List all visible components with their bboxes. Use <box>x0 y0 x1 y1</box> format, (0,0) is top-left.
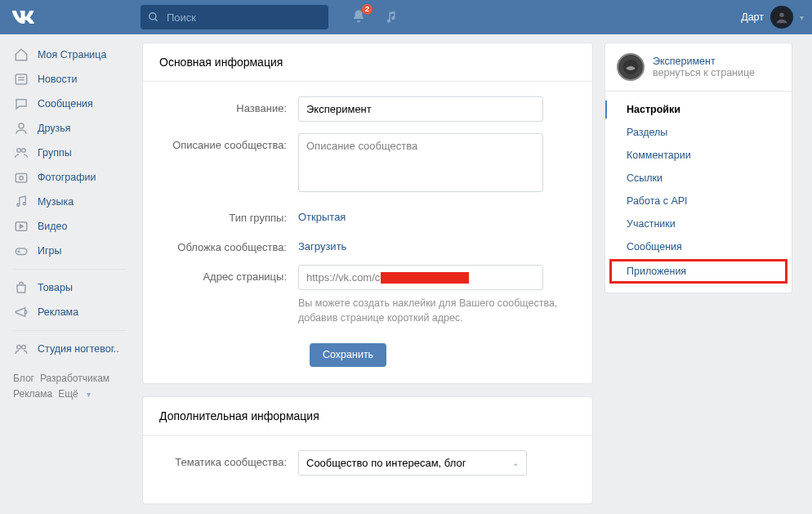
community-header: Эксперимент вернуться к странице <box>605 42 792 92</box>
news-icon <box>13 71 29 87</box>
nav-separator <box>13 330 126 331</box>
home-icon <box>13 47 29 63</box>
settings-item-comments[interactable]: Комментарии <box>605 144 792 167</box>
description-textarea[interactable] <box>298 133 543 192</box>
nav-friends[interactable]: Друзья <box>8 116 131 141</box>
nav-label: Фотографии <box>38 172 96 183</box>
group-type-link[interactable]: Открытая <box>298 206 346 223</box>
community-name-link[interactable]: Эксперимент <box>653 56 755 67</box>
settings-item-messages[interactable]: Сообщения <box>605 235 792 258</box>
nav-messages[interactable]: Сообщения <box>8 92 131 116</box>
nav-video[interactable]: Видео <box>8 214 131 239</box>
desc-label: Описание сообщества: <box>159 133 298 151</box>
redacted-block <box>381 272 469 284</box>
nav-music[interactable]: Музыка <box>8 190 131 214</box>
nav-label: Реклама <box>38 306 78 318</box>
settings-item-main[interactable]: Настройки <box>605 98 792 121</box>
svg-point-8 <box>17 149 21 153</box>
nav-label: Сообщения <box>38 98 93 110</box>
svg-point-12 <box>17 203 20 206</box>
nav-news[interactable]: Новости <box>8 67 131 92</box>
nav-label: Друзья <box>38 123 71 134</box>
svg-rect-15 <box>16 248 27 255</box>
section-title: Основная информация <box>159 56 576 69</box>
type-label: Тип группы: <box>159 206 298 224</box>
svg-point-19 <box>22 346 26 350</box>
card-header: Основная информация <box>143 43 592 82</box>
avatar <box>770 6 793 29</box>
nav-ads[interactable]: Реклама <box>8 300 131 324</box>
nav-my-page[interactable]: Моя Страница <box>8 42 131 67</box>
search-input[interactable] <box>141 5 328 29</box>
settings-item-api[interactable]: Работа с API <box>605 190 792 212</box>
photos-icon <box>13 169 29 185</box>
music-icon[interactable] <box>384 9 398 26</box>
nav-label: Новости <box>38 74 77 85</box>
addr-label: Адрес страницы: <box>159 265 298 283</box>
nav-groups[interactable]: Группы <box>8 141 131 165</box>
save-button[interactable]: Сохранить <box>310 343 386 367</box>
address-hint: Вы можете создать наклейки для Вашего со… <box>298 296 576 325</box>
groups-icon <box>13 145 29 161</box>
nav-label: Студия ногтевог.. <box>38 343 119 355</box>
svg-point-9 <box>22 149 26 153</box>
svg-point-11 <box>20 177 24 181</box>
footer-ads[interactable]: Реклама <box>13 388 52 400</box>
chevron-down-icon: ▾ <box>800 13 804 22</box>
community-avatar[interactable] <box>617 53 645 81</box>
vk-logo[interactable] <box>11 11 34 24</box>
friends-icon <box>13 120 29 136</box>
nav-studio[interactable]: Студия ногтевог.. <box>8 337 131 361</box>
nav-photos[interactable]: Фотографии <box>8 165 131 190</box>
back-to-page-link[interactable]: вернуться к странице <box>653 67 755 78</box>
search-icon <box>148 11 159 25</box>
footer-more[interactable]: Ещё ▾ <box>58 388 96 400</box>
upload-cover-link[interactable]: Загрузить <box>298 235 346 253</box>
section-title: Дополнительная информация <box>159 409 576 422</box>
user-menu[interactable]: Дарт ▾ <box>741 6 804 29</box>
name-input[interactable] <box>298 96 543 122</box>
ads-icon <box>13 304 29 320</box>
card-header: Дополнительная информация <box>143 397 592 436</box>
games-icon <box>13 243 29 259</box>
nav-label: Группы <box>38 147 72 159</box>
topic-value: Сообщество по интересам, блог <box>306 457 466 469</box>
settings-item-links[interactable]: Ссылки <box>605 167 792 190</box>
settings-menu: Настройки Разделы Комментарии Ссылки Раб… <box>605 92 792 293</box>
main-content: Основная информация Название: Описание с… <box>142 42 593 514</box>
footer-blog[interactable]: Блог <box>13 373 34 384</box>
svg-point-3 <box>779 13 784 18</box>
nav-label: Моя Страница <box>38 49 106 60</box>
nav-label: Товары <box>38 282 73 293</box>
chevron-down-icon: ⌄ <box>512 458 519 467</box>
settings-item-sections[interactable]: Разделы <box>605 121 792 144</box>
cover-label: Обложка сообщества: <box>159 235 298 253</box>
nav-games[interactable]: Игры <box>8 239 131 263</box>
nav-label: Игры <box>38 245 61 257</box>
video-icon <box>13 218 29 235</box>
nav-market[interactable]: Товары <box>8 275 131 300</box>
footer-links: БлогРазработчикам РекламаЕщё ▾ <box>8 371 131 402</box>
svg-point-13 <box>23 203 25 205</box>
svg-point-7 <box>19 123 24 128</box>
settings-item-members[interactable]: Участники <box>605 212 792 235</box>
svg-rect-10 <box>16 174 27 183</box>
music-nav-icon <box>13 194 29 210</box>
header-icons: 2 <box>351 8 398 27</box>
username: Дарт <box>741 11 764 23</box>
svg-point-18 <box>17 346 21 350</box>
additional-info-card: Дополнительная информация Тематика сообщ… <box>142 396 593 504</box>
top-header: 2 Дарт ▾ <box>0 0 812 34</box>
svg-point-0 <box>149 13 156 20</box>
topic-label: Тематика сообщества: <box>159 450 298 468</box>
notifications-icon[interactable]: 2 <box>351 8 366 27</box>
footer-dev[interactable]: Разработчикам <box>40 373 109 384</box>
settings-item-apps[interactable]: Приложения <box>610 260 787 283</box>
address-input[interactable]: https://vk.com/c <box>298 265 543 290</box>
messages-icon <box>13 96 29 112</box>
nav-label: Музыка <box>38 196 74 208</box>
search-wrap <box>141 5 328 29</box>
nav-separator <box>13 269 126 270</box>
topic-select[interactable]: Сообщество по интересам, блог ⌄ <box>298 450 527 476</box>
market-icon <box>13 279 29 296</box>
